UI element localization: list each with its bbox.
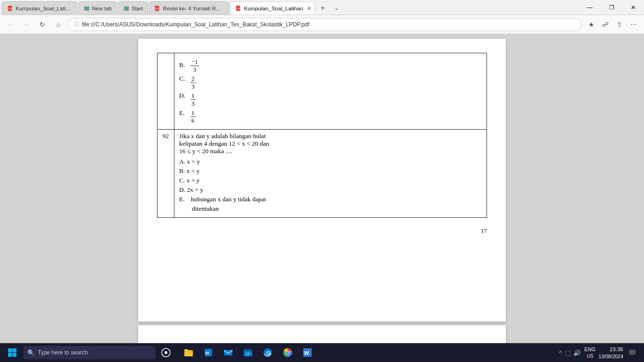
option-B-label: B.	[179, 61, 188, 69]
option-92-B: B. x < y	[179, 167, 482, 175]
search-placeholder-text: Type here to search	[38, 349, 88, 356]
svg-rect-2	[84, 6, 90, 10]
svg-point-13	[165, 351, 167, 354]
region-text: US	[585, 353, 596, 359]
mail-icon	[223, 347, 233, 358]
option-92-C: C. x = y	[179, 177, 482, 184]
url-bar[interactable]: ⓘ file:///C:/Users/ASUS/Downloads/Kumpul…	[68, 18, 582, 31]
show-desktop-icon[interactable]: ⬚	[565, 349, 570, 356]
edge-button[interactable]	[258, 343, 277, 362]
browser-tab-5[interactable]: PDF Kumpulan_Soal_Latihan ✕	[230, 1, 315, 15]
svg-rect-9	[13, 348, 17, 353]
system-clock[interactable]: 23:36 13/08/2024	[598, 346, 623, 360]
option-91-B: B. −1 3	[179, 58, 482, 73]
option-B-fraction: −1 3	[190, 58, 199, 73]
option-91-E: E. 1 6	[179, 109, 482, 124]
tray-icons: ^ ⬚ 🔊	[559, 349, 580, 356]
close-button[interactable]: ✕	[622, 0, 644, 15]
option-E-label: E.	[179, 109, 188, 117]
lang-text: ENG	[585, 346, 596, 353]
calendar-icon: 13	[243, 347, 253, 358]
window-controls: — ❐ ✕	[579, 0, 644, 15]
option-92-D-text: D. 2x = y	[179, 186, 203, 194]
table-row-q91: B. −1 3 C. 2	[157, 53, 487, 130]
question-92-num: 92	[157, 129, 174, 217]
svg-text:PDF: PDF	[8, 7, 13, 9]
volume-icon[interactable]: 🔊	[573, 349, 581, 356]
word-button[interactable]: W	[298, 343, 317, 362]
svg-text:13: 13	[246, 352, 249, 355]
svg-point-22	[264, 348, 272, 357]
question-92-text: Jika x dan y adalah bilangan bulat kelip…	[179, 132, 482, 155]
chrome-button[interactable]	[278, 343, 297, 362]
system-tray: ^ ⬚ 🔊 ENG US 23:36 13/08/2024	[559, 343, 642, 362]
option-92-A: A. x > y	[179, 158, 482, 165]
start-button[interactable]	[2, 343, 23, 362]
store-button[interactable]: M	[199, 343, 218, 362]
question-92-content: Jika x dan y adalah bilangan bulat kelip…	[174, 129, 487, 217]
minimize-button[interactable]: —	[579, 0, 601, 15]
url-text: file:///C:/Users/ASUS/Downloads/Kumpulan…	[82, 21, 576, 28]
refresh-button[interactable]: ↻	[36, 18, 49, 31]
page-number-text: 17	[481, 227, 487, 234]
svg-text:M: M	[206, 351, 209, 355]
pdf-icon-tab1: PDF	[7, 5, 14, 12]
q92-line2: kelipatan 4 dengan 12 < x < 20 dan	[179, 140, 482, 148]
svg-text:W: W	[304, 350, 309, 356]
hidden-icons-button[interactable]: ^	[559, 349, 561, 356]
clock-time: 23:36	[598, 346, 623, 353]
option-92-A-text: A. x > y	[179, 158, 200, 165]
back-button[interactable]: ←	[4, 18, 17, 31]
new-tab-button[interactable]: +	[316, 1, 329, 15]
browser-tab-3[interactable]: Start	[118, 1, 148, 15]
share-button[interactable]: ⇧	[613, 18, 626, 31]
home-button[interactable]: ⌂	[52, 18, 65, 31]
more-button[interactable]: ⋯	[627, 18, 640, 31]
pdf-icon-tab4: PDF	[154, 5, 161, 12]
bookmark-button[interactable]: ★	[585, 18, 598, 31]
option-91-C: C. 2 3	[179, 75, 482, 90]
collections-button[interactable]: ☍	[599, 18, 612, 31]
tab-icon-3	[123, 5, 130, 12]
option-92-B-text: B. x < y	[179, 167, 200, 175]
tab-icon-2	[83, 5, 90, 12]
q92-line3: 16 ≤ y < 20 maka ....	[179, 148, 482, 155]
maximize-button[interactable]: ❐	[601, 0, 622, 15]
taskbar-search[interactable]: 🔍 Type here to search	[24, 346, 156, 359]
svg-text:PDF: PDF	[156, 7, 160, 9]
svg-rect-8	[8, 348, 12, 353]
file-explorer-button[interactable]	[179, 343, 198, 362]
pdf-icon-tab5: PDF	[235, 5, 242, 12]
windows-logo-icon	[8, 348, 17, 357]
option-92-C-text: C. x = y	[179, 177, 200, 184]
option-D-fraction: 1 3	[190, 92, 196, 107]
option-91-D: D. 1 3	[179, 92, 482, 107]
svg-text:PDF: PDF	[237, 7, 241, 9]
lock-icon: ⓘ	[74, 21, 79, 28]
notification-button[interactable]	[625, 343, 639, 362]
browser-content: B. −1 3 C. 2	[0, 34, 644, 343]
tab-list-button[interactable]: ⌄	[330, 1, 343, 15]
option-D-label: D.	[179, 92, 188, 99]
forward-button[interactable]: →	[20, 18, 33, 31]
browser-tab-4[interactable]: PDF Revisi ke- 4 Yumiati Roslind	[149, 1, 229, 15]
browser-tab-1[interactable]: PDF Kumpulan_Soal_Latihan_Tes	[2, 1, 77, 15]
taskbar: 🔍 Type here to search M	[0, 343, 644, 362]
pdf-page: B. −1 3 C. 2	[138, 39, 506, 321]
calendar-button[interactable]: 13	[239, 343, 257, 362]
address-actions: ★ ☍ ⇧ ⋯	[585, 18, 640, 31]
svg-rect-15	[184, 349, 188, 351]
svg-rect-18	[224, 350, 232, 355]
svg-rect-20	[244, 349, 252, 352]
store-icon: M	[203, 347, 214, 358]
question-91-options: B. −1 3 C. 2	[174, 53, 487, 130]
mail-button[interactable]	[219, 343, 238, 362]
task-view-button[interactable]	[157, 343, 175, 362]
svg-rect-29	[629, 350, 636, 354]
tab-close-btn[interactable]: ✕	[307, 5, 312, 12]
language-indicator[interactable]: ENG US	[585, 346, 596, 359]
browser-tab-2[interactable]: New tab	[78, 1, 117, 15]
option-E-fraction: 1 6	[190, 109, 196, 124]
svg-rect-11	[13, 353, 17, 357]
option-92-E-text: E. hubungan x dan y tidak dapat	[179, 196, 266, 203]
